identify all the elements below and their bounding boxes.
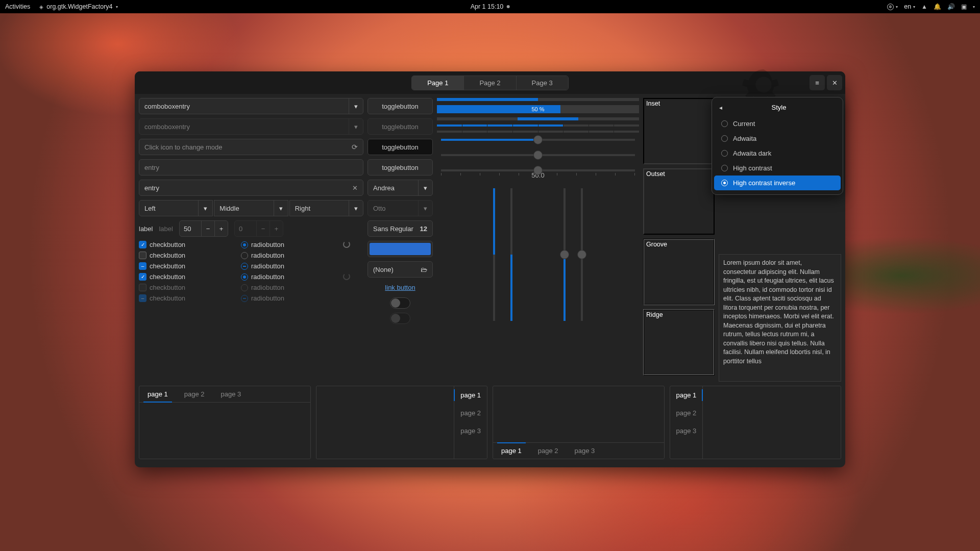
lorem-textview[interactable]: Lorem ipsum dolor sit amet, consectetur … [719,254,841,382]
switch-knob [391,314,400,323]
frame-inset: Inset [643,98,715,164]
clock[interactable]: Apr 1 15:10 [471,3,510,10]
file-chooser-button[interactable]: (None)🗁 [368,261,433,278]
wifi-icon[interactable]: ▲ [921,3,927,10]
label-normal: label [139,225,153,233]
link-button[interactable]: link button [368,282,433,293]
radiobutton-1[interactable]: radiobutton [241,241,336,248]
hscale-1[interactable] [441,139,635,141]
app-menu-label: org.gtk.WidgetFactory4 [46,3,112,10]
nb-btm-tab-1[interactable]: page 1 [493,443,530,459]
font-button[interactable]: Sans Regular12 [368,220,433,237]
dropdown-otto: Otto▾ [368,200,433,216]
progressbar-3 [437,117,639,120]
vscale-1[interactable] [493,188,495,321]
checkbutton-2[interactable]: checkbutton [139,252,234,259]
hscale-2[interactable] [441,154,635,156]
nb-right-tab-1[interactable]: page 1 [454,386,487,404]
tab-page-1[interactable]: Page 1 [412,76,464,90]
checkbox-icon [139,252,146,259]
style-option-adwaita[interactable]: Adwaita [714,131,841,146]
dropdown-middle[interactable]: Middle▾ [214,200,288,216]
radio-icon [721,135,728,142]
chevron-down-icon: ▾ [349,119,363,134]
togglebutton-4[interactable]: togglebutton [368,159,433,176]
nb-btm-tab-2[interactable]: page 2 [530,443,567,459]
hamburger-menu-button[interactable]: ≡ [810,75,825,90]
frame-outset: Outset [643,168,715,235]
page-switcher: Page 1 Page 2 Page 3 [411,76,569,90]
dropdown-left[interactable]: Left▾ [139,200,213,216]
radio-icon [721,180,728,186]
togglebutton-3-active[interactable]: togglebutton [368,139,433,155]
radiobutton-2[interactable]: radiobutton [241,252,336,259]
chevron-down-icon: ▾ [418,201,432,216]
app-menu[interactable]: ◈ org.gtk.WidgetFactory4 ▾ [39,3,117,10]
frame-ridge: Ridge [643,309,715,375]
entry-empty[interactable]: entry [139,159,363,176]
checkbutton-4[interactable]: ✓checkbutton [139,273,234,281]
nb-right-tab-3[interactable]: page 3 [454,422,487,440]
vscale-4[interactable] [581,188,583,321]
checkbutton-3[interactable]: –checkbutton [139,262,234,270]
notebook-bottom: page 1 page 2 page 3 [493,386,665,459]
minus-button[interactable]: − [201,221,214,236]
activities-button[interactable]: Activities [5,3,30,10]
widget-factory-window: Page 1 Page 2 Page 3 ≡ ✕ comboboxentry▾ … [135,71,845,467]
checkbox-icon: ✓ [139,241,146,248]
chevron-down-icon: ▾ [349,98,363,114]
app-icon: ◈ [39,4,43,10]
dropdown-right[interactable]: Right▾ [289,200,363,216]
style-option-current[interactable]: Current [714,116,841,131]
checkbox-mixed-icon: – [139,262,146,270]
radiobutton-3[interactable]: radiobutton [241,262,336,270]
levelbar-2 [437,131,639,133]
spinner-icon [343,241,350,248]
tab-page-3[interactable]: Page 3 [517,76,568,90]
input-source[interactable]: en ▾ [904,3,915,10]
nb-left-tab-1[interactable]: page 1 [670,386,703,404]
radiobutton-5: radiobutton [241,284,336,291]
vscale-3[interactable] [564,188,566,321]
nb-btm-tab-3[interactable]: page 3 [567,443,603,459]
style-option-high-contrast[interactable]: High contrast [714,161,841,176]
style-option-adwaita-dark[interactable]: Adwaita dark [714,146,841,161]
style-option-high-contrast-inverse[interactable]: High contrast inverse [714,176,841,190]
entry-with-value[interactable]: entry✕ [139,180,363,196]
accessibility-menu[interactable]: ✲ ▾ [887,4,898,10]
togglebutton-1[interactable]: togglebutton [368,98,433,114]
dropdown-andrea[interactable]: Andrea▾ [368,180,433,196]
nb-left-tab-2[interactable]: page 2 [670,404,703,422]
progressbar-text: 50 % [437,105,639,113]
plus-button[interactable]: + [214,221,228,236]
nb-top-tab-1[interactable]: page 1 [139,386,176,402]
clear-icon[interactable]: ✕ [352,184,358,192]
close-button[interactable]: ✕ [827,75,842,90]
icon-mode-entry[interactable]: Click icon to change mode⟳ [139,139,363,155]
volume-icon[interactable]: 🔊 [947,3,955,10]
radiobutton-4[interactable]: radiobutton [241,273,336,281]
nb-top-tab-2[interactable]: page 2 [176,386,213,402]
nb-left-tab-3[interactable]: page 3 [670,422,703,440]
checkbutton-5: checkbutton [139,284,234,291]
nb-right-tab-2[interactable]: page 2 [454,404,487,422]
spinbutton-1[interactable]: 50 − + [179,220,228,237]
popover-back-button[interactable]: ◂ [719,104,722,111]
tab-page-2[interactable]: Page 2 [464,76,516,90]
battery-icon[interactable]: ▣ [961,3,967,10]
checkbutton-1[interactable]: ✓checkbutton [139,241,234,248]
accessibility-icon: ✲ [887,4,894,10]
hscale-3-marks[interactable] [441,169,635,171]
chevron-down-icon: ▾ [349,201,363,216]
switch-knob [391,298,400,308]
refresh-icon[interactable]: ⟳ [352,143,358,151]
bell-icon[interactable]: 🔔 [934,3,941,10]
progressbar-1 [437,98,639,101]
combobox-entry-1[interactable]: comboboxentry▾ [139,98,363,114]
switch-1[interactable] [390,297,410,309]
vscale-2[interactable] [510,188,512,321]
color-button[interactable] [368,241,433,257]
nb-top-tab-3[interactable]: page 3 [213,386,250,402]
radio-icon [241,241,248,248]
chevron-down-icon: ▾ [274,201,288,216]
